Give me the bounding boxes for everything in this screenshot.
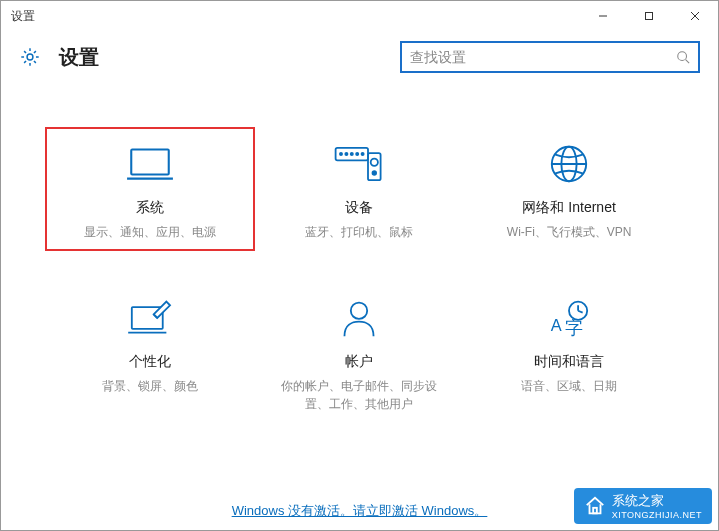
tile-title: 时间和语言 bbox=[534, 353, 604, 371]
tile-desc: 蓝牙、打印机、鼠标 bbox=[305, 223, 413, 241]
svg-line-27 bbox=[578, 311, 583, 313]
activation-link[interactable]: Windows 没有激活。请立即激活 Windows。 bbox=[232, 503, 488, 518]
tile-desc: 你的帐户、电子邮件、同步设置、工作、其他用户 bbox=[274, 377, 444, 413]
window-controls bbox=[580, 1, 718, 31]
svg-rect-7 bbox=[131, 149, 169, 174]
tile-personalization[interactable]: 个性化 背景、锁屏、颜色 bbox=[45, 281, 255, 423]
svg-rect-30 bbox=[593, 508, 597, 513]
maximize-button[interactable] bbox=[626, 1, 672, 31]
tile-desc: 显示、通知、应用、电源 bbox=[84, 223, 216, 241]
tile-title: 系统 bbox=[136, 199, 164, 217]
svg-point-5 bbox=[678, 52, 687, 61]
tile-time-language[interactable]: A 字 时间和语言 语音、区域、日期 bbox=[464, 281, 674, 423]
svg-point-13 bbox=[357, 153, 359, 155]
svg-point-16 bbox=[371, 159, 378, 166]
page-header: 设置 bbox=[1, 31, 718, 91]
svg-text:字: 字 bbox=[566, 318, 584, 338]
svg-point-4 bbox=[27, 54, 33, 60]
tile-network[interactable]: 网络和 Internet Wi-Fi、飞行模式、VPN bbox=[464, 127, 674, 251]
svg-rect-1 bbox=[646, 13, 653, 20]
tile-title: 帐户 bbox=[345, 353, 373, 371]
gear-icon bbox=[19, 46, 41, 68]
tile-accounts[interactable]: 帐户 你的帐户、电子邮件、同步设置、工作、其他用户 bbox=[255, 281, 465, 423]
svg-point-14 bbox=[362, 153, 364, 155]
devices-icon bbox=[329, 141, 389, 187]
tile-title: 网络和 Internet bbox=[522, 199, 615, 217]
svg-text:A: A bbox=[551, 316, 562, 334]
tile-title: 个性化 bbox=[129, 353, 171, 371]
search-icon bbox=[676, 50, 690, 64]
search-box[interactable] bbox=[400, 41, 700, 73]
time-language-icon: A 字 bbox=[539, 295, 599, 341]
page-title: 设置 bbox=[59, 44, 400, 71]
close-button[interactable] bbox=[672, 1, 718, 31]
watermark-url: XITONGZHIJIA.NET bbox=[612, 510, 702, 520]
svg-point-17 bbox=[373, 171, 377, 175]
person-icon bbox=[329, 295, 389, 341]
search-input[interactable] bbox=[410, 49, 676, 65]
personalize-icon bbox=[120, 295, 180, 341]
tile-desc: 背景、锁屏、颜色 bbox=[102, 377, 198, 395]
svg-point-12 bbox=[351, 153, 353, 155]
watermark: 系统之家 XITONGZHIJIA.NET bbox=[574, 488, 712, 524]
settings-grid: 系统 显示、通知、应用、电源 设备 蓝牙、打印机、鼠标 网络和 Internet bbox=[1, 91, 718, 423]
svg-point-24 bbox=[351, 303, 367, 319]
minimize-button[interactable] bbox=[580, 1, 626, 31]
tile-desc: 语音、区域、日期 bbox=[521, 377, 617, 395]
tile-desc: Wi-Fi、飞行模式、VPN bbox=[507, 223, 632, 241]
tile-title: 设备 bbox=[345, 199, 373, 217]
tile-system[interactable]: 系统 显示、通知、应用、电源 bbox=[45, 127, 255, 251]
display-icon bbox=[120, 141, 180, 187]
house-icon bbox=[584, 495, 606, 517]
window-titlebar: 设置 bbox=[1, 1, 718, 31]
svg-point-10 bbox=[340, 153, 342, 155]
svg-point-11 bbox=[346, 153, 348, 155]
watermark-brand: 系统之家 bbox=[612, 493, 664, 508]
svg-line-6 bbox=[686, 60, 690, 64]
watermark-text: 系统之家 XITONGZHIJIA.NET bbox=[612, 492, 702, 520]
tile-devices[interactable]: 设备 蓝牙、打印机、鼠标 bbox=[255, 127, 465, 251]
globe-icon bbox=[539, 141, 599, 187]
window-title: 设置 bbox=[11, 8, 35, 25]
